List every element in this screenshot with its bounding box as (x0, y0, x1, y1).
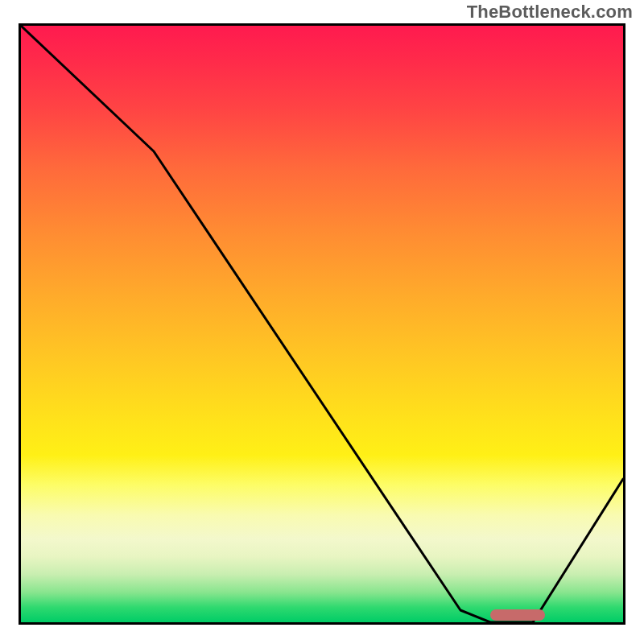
chart-container (19, 23, 625, 625)
optimal-range-marker (490, 609, 545, 621)
curve-path (21, 26, 623, 622)
bottleneck-curve (21, 26, 623, 622)
attribution-text: TheBottleneck.com (467, 2, 633, 23)
